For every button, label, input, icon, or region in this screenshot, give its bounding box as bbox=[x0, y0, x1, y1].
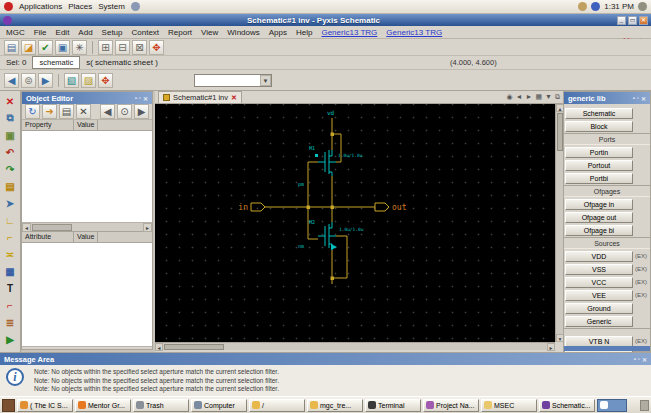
object-editor-hscrollbar[interactable]: ◄ ► bbox=[22, 223, 152, 232]
add-bus-icon[interactable]: ⌐ bbox=[2, 229, 18, 245]
paste-icon[interactable]: ▣ bbox=[2, 127, 18, 143]
combo-dropdown-icon[interactable]: ▼ bbox=[260, 75, 271, 86]
redo-icon[interactable]: ↷ bbox=[2, 161, 18, 177]
add-text-icon[interactable]: T bbox=[2, 280, 18, 296]
panel-resize-bar[interactable] bbox=[564, 346, 650, 351]
applications-menu[interactable]: Applications bbox=[19, 2, 62, 11]
forward-icon[interactable]: ▶ bbox=[38, 73, 53, 88]
panel-dock-icon[interactable]: ▪ bbox=[135, 95, 137, 102]
task-schematic[interactable]: Schematic... bbox=[539, 399, 595, 412]
task-trash[interactable]: Trash bbox=[133, 399, 189, 412]
parts-block[interactable]: Block bbox=[565, 121, 633, 132]
new-sheet-icon[interactable]: ▤ bbox=[4, 40, 19, 55]
object-editor-titlebar[interactable]: Object Editor ▪▫✕ bbox=[22, 92, 152, 104]
task-msec[interactable]: MSEC bbox=[481, 399, 537, 412]
task-project-na[interactable]: Project Na... bbox=[423, 399, 479, 412]
menu-file[interactable]: File bbox=[34, 28, 47, 37]
distro-logo-icon[interactable] bbox=[4, 2, 13, 11]
panel-close-icon[interactable]: ✕ bbox=[641, 95, 646, 102]
parts-ofpage-out[interactable]: Ofpage out bbox=[565, 212, 633, 223]
sheet-add-icon[interactable]: ⊟ bbox=[115, 40, 130, 55]
value-column[interactable]: Value bbox=[74, 120, 98, 130]
window-titlebar[interactable]: Schematic#1 inv - Pyxis Schematic _ ▭ ✕ bbox=[0, 14, 651, 26]
refresh-view-icon[interactable]: ◉ bbox=[506, 93, 512, 101]
route-icon[interactable]: ≍ bbox=[2, 246, 18, 262]
close-button[interactable]: ✕ bbox=[639, 16, 648, 25]
message-log[interactable]: Note: No objects within the specified se… bbox=[34, 368, 279, 394]
back-icon[interactable]: ◀ bbox=[4, 73, 19, 88]
panel-float-icon[interactable]: ▫ bbox=[139, 95, 141, 102]
menu-add[interactable]: Add bbox=[78, 28, 92, 37]
property-grid[interactable] bbox=[22, 131, 152, 223]
parts-library-titlebar[interactable]: generic lib ▪▫✕ bbox=[564, 92, 650, 104]
next-icon[interactable]: ▶ bbox=[134, 104, 149, 119]
parts-generic[interactable]: Generic bbox=[565, 316, 633, 327]
maximize-button[interactable]: ▭ bbox=[628, 16, 637, 25]
volume-icon[interactable] bbox=[578, 2, 587, 11]
prev-icon[interactable]: ◀ bbox=[100, 104, 115, 119]
scroll-left-icon[interactable]: ◄ bbox=[155, 343, 163, 351]
delete-icon[interactable]: ✕ bbox=[2, 93, 18, 109]
menu-setup[interactable]: Setup bbox=[102, 28, 123, 37]
save-icon[interactable]: ✔ bbox=[38, 40, 53, 55]
pmos-instance[interactable] bbox=[315, 150, 336, 176]
value-column-2[interactable]: Value bbox=[74, 232, 98, 242]
parts-vtb-n[interactable]: VTB N bbox=[565, 336, 633, 347]
attribute-column[interactable]: Attribute bbox=[22, 232, 74, 242]
probe-icon[interactable]: ▧ bbox=[64, 73, 79, 88]
refresh-icon[interactable]: ↻ bbox=[25, 104, 40, 119]
sheet-close-icon[interactable]: ⊠ bbox=[132, 40, 147, 55]
parts-portout[interactable]: Portout bbox=[565, 160, 633, 171]
panel-float-icon[interactable]: ▫ bbox=[637, 95, 639, 102]
attribute-grid[interactable] bbox=[22, 243, 152, 347]
page-prev-icon[interactable]: ◄ bbox=[516, 93, 523, 101]
open-icon[interactable]: ◪ bbox=[21, 40, 36, 55]
select-set-icon[interactable]: ⊙ bbox=[117, 104, 132, 119]
task-the-ic-s[interactable]: ( The IC S... bbox=[17, 399, 73, 412]
menu-mgc[interactable]: MGC bbox=[6, 28, 25, 37]
schematic-canvas[interactable]: in out vd M1 1.0u/1.0u pm M2 1.0u/1.0u bbox=[155, 104, 555, 342]
task-mgc-tre[interactable]: mgc_tre... bbox=[307, 399, 363, 412]
wire-net[interactable] bbox=[265, 118, 375, 284]
menu-view[interactable]: View bbox=[201, 28, 218, 37]
task-mentor-gr[interactable]: Mentor Gr... bbox=[75, 399, 131, 412]
tab-schematic1[interactable]: Schematic#1 inv ✕ bbox=[158, 91, 242, 103]
minimize-button[interactable]: _ bbox=[617, 16, 626, 25]
panel-dock-icon[interactable]: ▪ bbox=[633, 95, 635, 102]
task-[interactable]: / bbox=[249, 399, 305, 412]
panel-close-icon[interactable]: ✕ bbox=[642, 356, 647, 363]
task-active-window[interactable] bbox=[597, 399, 627, 412]
context-combobox[interactable]: ▼ bbox=[194, 74, 272, 87]
port-out[interactable]: out bbox=[375, 203, 407, 212]
menu-context[interactable]: Context bbox=[132, 28, 160, 37]
menu-windows[interactable]: Windows bbox=[227, 28, 259, 37]
clock[interactable]: 1:31 PM bbox=[604, 2, 634, 11]
menu-link-2[interactable]: Generic13 TRG bbox=[386, 28, 442, 37]
panel-float-icon[interactable]: ▫ bbox=[638, 356, 640, 363]
parts-vdd[interactable]: VDD bbox=[565, 251, 633, 262]
report-icon[interactable]: ▤ bbox=[59, 104, 74, 119]
undo-icon[interactable]: ↶ bbox=[2, 144, 18, 160]
task-computer[interactable]: Computer bbox=[191, 399, 247, 412]
highlight-icon[interactable]: ▨ bbox=[81, 73, 96, 88]
nmos-instance[interactable] bbox=[318, 222, 337, 250]
parts-vee[interactable]: VEE bbox=[565, 290, 633, 301]
copy-icon[interactable]: ⧉ bbox=[2, 110, 18, 126]
notes-icon[interactable]: ≣ bbox=[2, 314, 18, 330]
dropdown-icon[interactable]: ▼ bbox=[545, 93, 552, 101]
places-menu[interactable]: Places bbox=[68, 2, 92, 11]
apply-icon[interactable]: ➜ bbox=[42, 104, 57, 119]
fit-icon[interactable]: ✥ bbox=[98, 73, 113, 88]
parts-vcc[interactable]: VCC bbox=[565, 277, 633, 288]
port-in[interactable]: in bbox=[238, 203, 265, 212]
clipboard-icon[interactable]: ▣ bbox=[55, 40, 70, 55]
message-area-titlebar[interactable]: Message Area ▪▫✕ bbox=[0, 353, 651, 365]
menu-edit[interactable]: Edit bbox=[56, 28, 70, 37]
canvas-hscrollbar[interactable]: ◄ ► bbox=[155, 342, 555, 350]
menu-help[interactable]: Help bbox=[296, 28, 312, 37]
scroll-thumb[interactable] bbox=[32, 224, 72, 231]
canvas-vscrollbar[interactable]: ▲ ▼ bbox=[555, 104, 563, 342]
scroll-right-icon[interactable]: ► bbox=[547, 343, 555, 351]
property-column[interactable]: Property bbox=[22, 120, 74, 130]
parts-ground[interactable]: Ground bbox=[565, 303, 633, 314]
